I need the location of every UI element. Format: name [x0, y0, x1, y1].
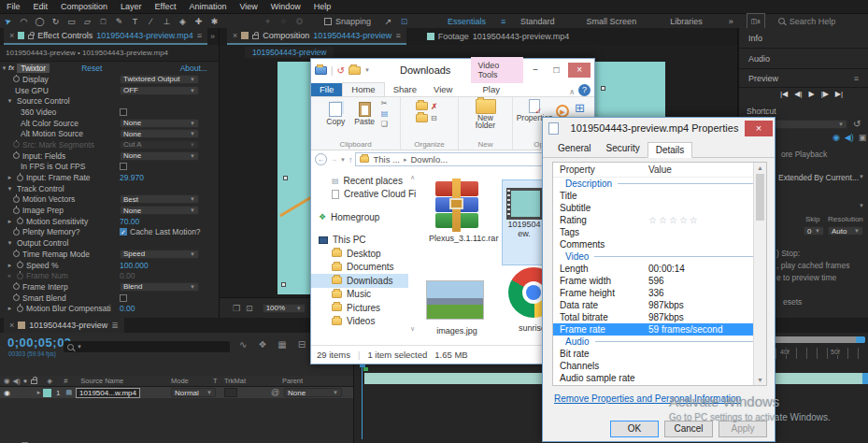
menu-edit[interactable]: Edit — [27, 2, 55, 11]
tab-file[interactable]: File — [311, 83, 342, 96]
workspace-menu-icon[interactable]: ≡ — [495, 14, 511, 29]
move-to-icon[interactable] — [416, 102, 428, 110]
detail-row[interactable]: Bit rate — [553, 348, 766, 360]
stopwatch-icon[interactable] — [13, 250, 20, 257]
frame-rate-value[interactable]: 29.970 — [120, 173, 144, 182]
back-icon[interactable]: ← — [315, 153, 327, 165]
motion-sensitivity-value[interactable]: 70.00 — [120, 217, 139, 226]
menu-effect[interactable]: Effect — [149, 2, 183, 11]
remove-properties-link[interactable]: Remove Properties and Personal Informati… — [554, 393, 741, 404]
layer-color-chip[interactable] — [43, 389, 51, 397]
motion-vectors-dropdown[interactable]: Best▼ — [120, 194, 199, 204]
stopwatch-icon[interactable] — [17, 306, 23, 312]
collapse-ribbon-icon[interactable]: ∧ — [565, 88, 578, 96]
about-link[interactable]: About... — [180, 64, 207, 73]
panel-info[interactable]: Info — [739, 28, 868, 49]
panel-audio[interactable]: Audio — [739, 49, 868, 69]
file-mp4-selected[interactable]: 1019504ew. — [502, 179, 547, 265]
speaker-icon[interactable]: ◀) — [845, 133, 854, 142]
history-chevron-icon[interactable]: ▼ — [340, 157, 346, 163]
menu-window[interactable]: Window — [264, 2, 307, 11]
copy-to-icon[interactable] — [416, 114, 428, 122]
menu-animation[interactable]: Animation — [182, 2, 233, 11]
chevron-down-icon[interactable]: ▼ — [859, 203, 864, 208]
nav-scrollbar[interactable]: ∧ ∨ — [408, 168, 420, 345]
close-icon[interactable]: × — [9, 31, 14, 40]
snap-frame-icon[interactable]: ⊡ — [396, 14, 412, 29]
folder-qat-icon[interactable] — [349, 66, 361, 75]
detail-row[interactable]: Frame height336 — [553, 287, 766, 299]
twirl-icon[interactable]: ► — [6, 263, 14, 268]
undo-icon[interactable]: ↺ — [337, 65, 345, 76]
input-fields-dropdown[interactable]: None▼ — [120, 151, 199, 161]
detail-row-frame-rate-selected[interactable]: Frame rate59 frames/second — [553, 323, 755, 336]
detail-row[interactable]: Audio sample rate — [553, 372, 766, 384]
snapping-checkbox[interactable] — [324, 18, 332, 25]
scroll-down-icon[interactable]: ▼ — [754, 377, 766, 383]
composition-mini-flowchart-icon[interactable]: ∿ — [239, 339, 247, 350]
first-frame-icon[interactable]: |◀ — [780, 90, 788, 98]
close-button[interactable]: × — [568, 63, 591, 78]
type-tool-icon[interactable]: T — [127, 14, 143, 29]
stopwatch-icon[interactable] — [13, 76, 20, 82]
twirl-icon[interactable]: ► — [6, 219, 14, 224]
detail-row[interactable]: Total bitrate987kbps — [553, 311, 766, 323]
stopwatch-icon[interactable] — [13, 196, 20, 203]
current-timecode[interactable]: 0;00;05;03 — [7, 336, 72, 350]
cancel-button[interactable]: Cancel — [664, 421, 713, 437]
layer-bar-end-handle[interactable] — [862, 373, 868, 384]
column-property[interactable]: Property — [560, 164, 648, 175]
stopwatch-icon[interactable] — [13, 152, 20, 159]
copy-button[interactable]: Copy — [323, 102, 349, 126]
pen-tool-icon[interactable]: ✎ — [111, 14, 127, 29]
tab-general[interactable]: General — [550, 141, 599, 157]
panel-menu-icon[interactable]: ≡ — [197, 31, 202, 40]
file-plexus-rar[interactable]: Plexus_3.1.11c.rar — [429, 181, 485, 243]
workspace-standard[interactable]: Standard — [511, 17, 564, 26]
layer-twirl-icon[interactable]: ► — [35, 390, 43, 395]
time-remap-mode-dropdown[interactable]: Speed▼ — [120, 250, 199, 259]
zoom-tool-icon[interactable]: ◯ — [32, 14, 48, 29]
stamp-tool-icon[interactable]: ⊥ — [159, 14, 175, 29]
blend-mode-dropdown[interactable]: Normal▼ — [171, 388, 216, 397]
paste-button[interactable]: Paste — [352, 102, 377, 126]
menu-layer[interactable]: Layer — [114, 2, 149, 11]
select-all-icon[interactable]: ⊞ — [575, 101, 585, 115]
panel-menu-icon[interactable]: ≡ — [854, 74, 859, 83]
detail-row[interactable]: Length00:00:14 — [553, 263, 766, 275]
draft-3d-icon[interactable]: ❖ — [258, 339, 266, 350]
lock-icon[interactable] — [28, 35, 34, 39]
chevron-down-icon[interactable]: ▼ — [859, 174, 864, 179]
pickwhip-icon[interactable]: @ — [271, 388, 279, 397]
minimize-button[interactable]: − — [527, 63, 544, 78]
stopwatch-icon[interactable] — [13, 207, 20, 214]
shape-tool-icon[interactable]: □ — [95, 14, 111, 29]
rotate-tool-icon[interactable]: ↻ — [48, 14, 64, 29]
frame-interp-dropdown[interactable]: Blend▼ — [120, 282, 199, 292]
workspace-libraries[interactable]: Libraries — [661, 17, 712, 26]
hand-tool-icon[interactable]: ◠ — [16, 14, 32, 29]
search-help-field[interactable]: Search Help — [785, 17, 846, 26]
viewer-subtab[interactable]: 1019504443-preview — [245, 47, 334, 58]
zoom-level-dropdown[interactable]: 100%▼ — [263, 304, 306, 313]
tab-footage[interactable]: Footage 1019504443-preview.mp4 — [427, 32, 570, 41]
panel-menu-icon[interactable]: ≡ — [395, 31, 400, 40]
apply-button[interactable]: Apply — [719, 421, 767, 437]
twirl-icon[interactable]: ▼ — [6, 240, 14, 246]
image-prep-dropdown[interactable]: None▼ — [120, 206, 199, 215]
trkmat-box[interactable] — [224, 388, 237, 397]
layer-source-name[interactable]: 1019504...w.mp4 — [76, 388, 140, 398]
scroll-up-icon[interactable]: ▲ — [754, 163, 766, 171]
alt-color-source-dropdown[interactable]: None▼ — [120, 119, 199, 128]
stopwatch-icon[interactable] — [13, 283, 20, 290]
range-dropdown[interactable]: Extended By Current... — [778, 173, 859, 182]
workspace-small-screen[interactable]: Small Screen — [577, 17, 647, 26]
nav-desktop[interactable]: Desktop — [311, 247, 408, 261]
eye-icon[interactable]: ◉ — [832, 133, 840, 142]
stopwatch-icon[interactable] — [17, 218, 23, 224]
cut-icon[interactable]: ✂ — [381, 99, 389, 107]
forward-icon[interactable]: → — [330, 155, 337, 164]
parent-column[interactable]: Parent — [282, 377, 303, 385]
help-icon[interactable]: ? — [578, 84, 591, 96]
speed-value[interactable]: 100.000 — [120, 261, 149, 270]
